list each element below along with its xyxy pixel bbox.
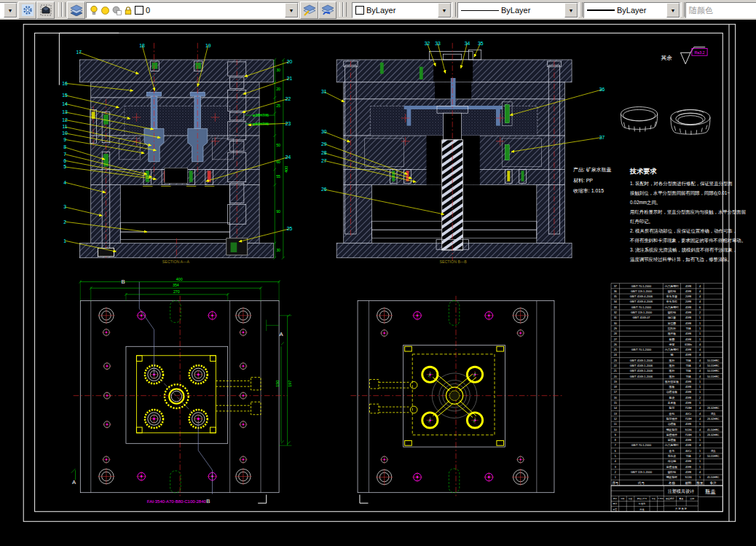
layer-thaw-sun-icon[interactable] xyxy=(101,6,110,15)
svg-text:支承板: 支承板 xyxy=(668,401,677,405)
svg-text:T8A: T8A xyxy=(686,375,691,378)
plan-view-moving-half: FAI-3540-A70-B80-C100-2840 xyxy=(71,281,292,504)
svg-text:20: 20 xyxy=(614,375,617,378)
svg-text:20钢: 20钢 xyxy=(685,300,691,303)
chevron-down-icon[interactable]: ▼ xyxy=(666,3,680,17)
layers-button[interactable] xyxy=(67,1,85,19)
svg-text:φ38H7/f6: φ38H7/f6 xyxy=(253,113,269,117)
svg-text:30: 30 xyxy=(614,322,617,325)
svg-text:26: 26 xyxy=(321,187,327,192)
svg-text:GB/T 119.1-2000: GB/T 119.1-2000 xyxy=(631,290,652,293)
svg-text:GB/T 4169.4-2006: GB/T 4169.4-2006 xyxy=(630,300,653,303)
svg-text:32: 32 xyxy=(614,311,617,314)
svg-text:30: 30 xyxy=(321,129,327,134)
svg-text:28-32HRC: 28-32HRC xyxy=(707,407,720,410)
lineweight-control-combo[interactable]: ByLayer ▼ xyxy=(583,2,680,18)
svg-text:T8A: T8A xyxy=(686,359,691,362)
layer-viewport-freeze-icon[interactable] xyxy=(112,6,122,15)
svg-text:2: 2 xyxy=(63,219,66,225)
svg-text:1: 1 xyxy=(699,386,701,389)
svg-text:T8A: T8A xyxy=(686,455,691,458)
docked-combo-partial[interactable]: ▼ xyxy=(0,2,17,18)
layers-icon xyxy=(70,4,83,16)
svg-text:4: 4 xyxy=(699,370,701,373)
project-title: 注塑模具设计 xyxy=(668,488,694,494)
svg-text:GB/T 70.1-2000: GB/T 70.1-2000 xyxy=(631,285,651,288)
svg-text:33: 33 xyxy=(614,306,617,309)
svg-text:22: 22 xyxy=(286,96,291,101)
svg-text:270: 270 xyxy=(173,289,180,294)
svg-text:6: 6 xyxy=(615,450,616,453)
svg-text:17: 17 xyxy=(76,50,82,55)
svg-text:60: 60 xyxy=(276,160,280,164)
layer-on-bulb-icon[interactable] xyxy=(90,5,98,15)
svg-text:16: 16 xyxy=(614,397,617,399)
gear-icon xyxy=(22,4,34,16)
svg-text:GB/T 4169.1-2006: GB/T 4169.1-2006 xyxy=(630,370,653,373)
svg-text:197: 197 xyxy=(288,381,292,387)
svg-text:内六角螺钉: 内六角螺钉 xyxy=(665,443,679,447)
svg-text:接触到位，水平分型面间留有间隙，间隙在0.01~: 接触到位，水平分型面间留有间隙，间隙在0.01~ xyxy=(630,190,730,196)
layer-color-swatch[interactable] xyxy=(135,6,143,15)
svg-text:40Cr: 40Cr xyxy=(685,450,692,453)
drawing-canvas[interactable]: SECTION A—A SECTION B—B 产品: 矿泉 xyxy=(0,20,756,546)
svg-text:718H: 718H xyxy=(685,434,691,437)
toolbar-grip[interactable] xyxy=(452,2,456,17)
linetype-value: ByLayer xyxy=(501,6,530,15)
toolbar-grip[interactable] xyxy=(579,2,583,17)
chevron-down-icon[interactable]: ▼ xyxy=(4,3,17,17)
svg-text:4: 4 xyxy=(699,348,701,351)
svg-text:GB/T 70.1-2000: GB/T 70.1-2000 xyxy=(631,348,651,351)
svg-text:6: 6 xyxy=(63,158,66,163)
section-b-view: SECTION B—B xyxy=(336,43,572,265)
svg-text:8: 8 xyxy=(615,439,616,442)
linetype-control-combo[interactable]: ByLayer ▼ xyxy=(457,2,578,18)
layer-control-combo[interactable]: 0 ▼ xyxy=(86,2,299,18)
chevron-down-icon[interactable]: ▼ xyxy=(285,3,298,17)
svg-text:45钢: 45钢 xyxy=(685,459,691,463)
svg-text:批准: 批准 xyxy=(639,508,644,511)
svg-text:1: 1 xyxy=(699,327,701,330)
svg-text:45钢: 45钢 xyxy=(685,465,691,469)
svg-text:GB/T 4169.1-2006: GB/T 4169.1-2006 xyxy=(630,364,653,367)
svg-text:T8A: T8A xyxy=(686,364,691,367)
svg-text:45钢: 45钢 xyxy=(685,385,691,389)
toolbar-grip[interactable] xyxy=(62,2,66,17)
title-block: 注塑模具设计 瓶盖 共 张 第 张 标记处数分区更改文件号签名年月日设计标准化工… xyxy=(611,485,722,512)
svg-text:23: 23 xyxy=(286,121,291,126)
layer-states-button[interactable] xyxy=(36,1,55,19)
svg-text:齿轮: 齿轮 xyxy=(669,412,675,416)
toolbar-grip[interactable] xyxy=(343,2,347,17)
chevron-down-icon[interactable]: ▼ xyxy=(438,3,451,17)
svg-text:14: 14 xyxy=(614,407,618,410)
layers-arrow-icon xyxy=(303,4,316,16)
svg-text:28: 28 xyxy=(321,150,327,155)
svg-text:推杆: 推杆 xyxy=(669,359,675,362)
bom-table: 37GB/T 70.1-2000内六角螺钉45钢436GB/T 119.1-20… xyxy=(611,283,722,485)
svg-text:推杆固定板: 推杆固定板 xyxy=(665,380,679,383)
svg-text:30: 30 xyxy=(276,248,280,252)
color-control-combo[interactable]: ByLayer ▼ xyxy=(352,2,452,18)
toolbar-grip[interactable] xyxy=(681,2,685,17)
make-object-layer-current-button[interactable] xyxy=(300,1,318,19)
svg-text:11: 11 xyxy=(614,423,617,426)
svg-text:5: 5 xyxy=(615,455,616,458)
svg-text:45钢: 45钢 xyxy=(685,353,691,356)
layer-previous-button[interactable] xyxy=(318,1,336,19)
svg-text:34: 34 xyxy=(465,41,470,46)
svg-text:45钢: 45钢 xyxy=(685,311,691,314)
svg-text:3: 3 xyxy=(615,466,616,469)
layer-unlock-icon[interactable] xyxy=(124,6,133,15)
layer-properties-button[interactable] xyxy=(18,1,36,19)
svg-text:4: 4 xyxy=(699,429,701,432)
svg-text:20: 20 xyxy=(287,59,293,64)
svg-text:9: 9 xyxy=(63,137,66,142)
chevron-down-icon[interactable]: ▼ xyxy=(564,3,578,17)
svg-text:12: 12 xyxy=(62,117,68,122)
svg-text:4: 4 xyxy=(699,471,701,474)
svg-text:1: 1 xyxy=(615,476,616,479)
svg-text:重量: 重量 xyxy=(680,497,684,500)
finish-prefix: 其余 xyxy=(661,55,672,61)
svg-text:浇口套: 浇口套 xyxy=(668,316,677,319)
lineweight-value: ByLayer xyxy=(617,6,646,15)
